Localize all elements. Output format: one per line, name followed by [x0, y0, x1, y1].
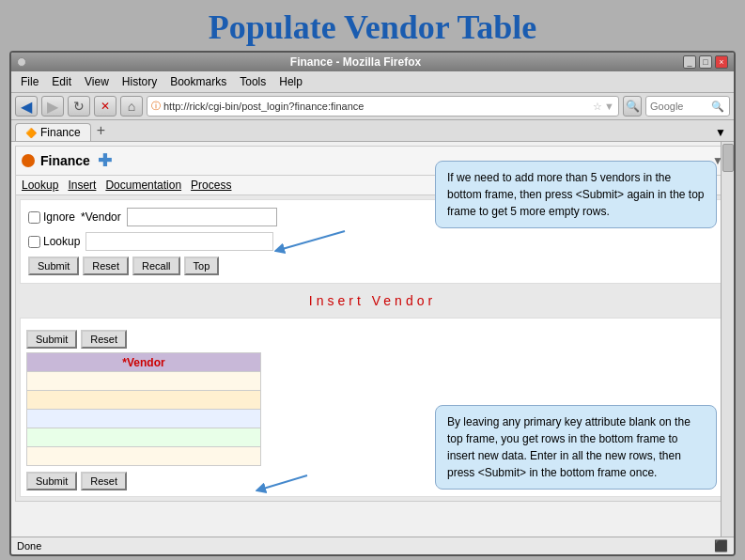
menu-bookmarks[interactable]: Bookmarks: [164, 73, 232, 90]
bottom-button-row-top: Submit Reset: [26, 330, 719, 349]
lookup-row: Lookup: [28, 232, 717, 251]
toolbar: ◀ ▶ ↻ ✕ ⌂ ⓘ ☆ ▼ 🔍 🔍: [11, 93, 734, 120]
menu-view[interactable]: View: [79, 73, 115, 90]
status-bar: Done ⬛: [11, 537, 734, 554]
page-title: Populate Vendor Table: [0, 0, 745, 51]
new-tab-button[interactable]: +: [93, 122, 109, 139]
search-bar[interactable]: 🔍: [645, 96, 730, 117]
bottom-callout-arrow: [256, 471, 312, 499]
submit-button-bottom-bottom[interactable]: Submit: [26, 472, 77, 490]
scrollbar-thumb[interactable]: [722, 144, 734, 172]
vendor-cell-3[interactable]: [27, 410, 261, 428]
table-row[interactable]: [27, 410, 261, 428]
nav-process[interactable]: Process: [191, 179, 231, 192]
menu-bar: File Edit View History Bookmarks Tools H…: [11, 71, 734, 93]
lookup-field: [85, 232, 273, 251]
window-controls[interactable]: _ □ ×: [683, 55, 728, 69]
lookup-checkbox[interactable]: [28, 236, 40, 248]
table-row[interactable]: [27, 447, 261, 466]
minimize-button[interactable]: _: [683, 55, 696, 69]
tab-bar: 🔶 Finance + ▼: [11, 120, 734, 142]
vendor-cell-4[interactable]: [27, 428, 261, 447]
vendor-table-header: *Vendor: [27, 353, 261, 372]
tab-icon: 🔶: [25, 128, 37, 138]
title-bar: Finance - Mozilla Firefox _ □ ×: [11, 53, 734, 71]
nav-lookup[interactable]: Lookup: [22, 179, 58, 192]
ignore-checkbox-label[interactable]: Ignore: [28, 210, 75, 224]
vendor-input[interactable]: [127, 208, 277, 226]
bottom-callout: By leaving any primary key attribute bla…: [435, 405, 717, 490]
submit-button-bottom-top[interactable]: Submit: [26, 330, 77, 349]
menu-edit[interactable]: Edit: [46, 73, 77, 90]
nav-insert[interactable]: Insert: [68, 179, 96, 192]
nav-documentation[interactable]: Documentation: [105, 179, 181, 192]
address-icon: ⓘ: [151, 100, 161, 113]
vendor-cell-1[interactable]: [27, 372, 261, 391]
reset-button-bottom-bottom[interactable]: Reset: [81, 472, 127, 490]
vendor-table: *Vendor: [26, 352, 261, 466]
reset-button-top[interactable]: Reset: [83, 257, 129, 275]
ignore-checkbox[interactable]: [28, 211, 40, 224]
finance-app-title: Finance: [40, 153, 90, 168]
table-row[interactable]: [27, 391, 261, 410]
status-text: Done: [17, 540, 41, 552]
lookup-label: Lookup: [43, 235, 80, 248]
top-callout: If we need to add more than 5 vendors in…: [435, 161, 717, 228]
vendor-field-label: *Vendor: [81, 210, 121, 224]
star-icon: ☆: [593, 101, 602, 113]
browser-window: Finance - Mozilla Firefox _ □ × File Edi…: [9, 51, 736, 556]
menu-history[interactable]: History: [116, 73, 163, 90]
search-input[interactable]: [650, 101, 711, 112]
top-button[interactable]: Top: [184, 257, 220, 275]
finance-logo-icon: [22, 154, 35, 167]
insert-vendor-heading: Insert Vendor: [16, 288, 729, 314]
menu-file[interactable]: File: [15, 73, 44, 90]
status-icon: ⬛: [714, 539, 728, 552]
top-callout-arrow: [274, 226, 349, 255]
browser-title: Finance - Mozilla Firefox: [28, 55, 683, 69]
tab-finance[interactable]: 🔶 Finance: [15, 123, 91, 141]
menu-help[interactable]: Help: [273, 73, 308, 90]
svg-line-0: [279, 231, 345, 250]
vendor-cell-5[interactable]: [27, 447, 261, 466]
back-button[interactable]: ◀: [15, 96, 38, 117]
submit-button-top[interactable]: Submit: [28, 257, 79, 275]
google-search-icon: 🔍: [623, 96, 642, 117]
maximize-button[interactable]: □: [699, 55, 712, 69]
forward-button[interactable]: ▶: [41, 96, 64, 117]
menu-tools[interactable]: Tools: [234, 73, 272, 90]
reload-button[interactable]: ↻: [68, 96, 90, 117]
vertical-scrollbar[interactable]: [721, 142, 734, 537]
svg-line-1: [260, 475, 307, 490]
vendor-col-header: *Vendor: [27, 353, 261, 372]
window-icon: [17, 57, 26, 67]
ignore-label: Ignore: [43, 210, 75, 224]
copyright: ©Tim Riley: [0, 556, 745, 560]
stop-button[interactable]: ✕: [94, 96, 116, 117]
bottom-callout-text: By leaving any primary key attribute bla…: [447, 415, 691, 479]
lookup-checkbox-label[interactable]: Lookup: [28, 235, 80, 248]
home-button[interactable]: ⌂: [120, 96, 143, 117]
top-button-row: Submit Reset Recall Top: [28, 257, 717, 275]
address-bar[interactable]: ⓘ ☆ ▼: [147, 96, 619, 117]
vendor-cell-2[interactable]: [27, 391, 261, 410]
tab-list-button[interactable]: ▼: [711, 124, 730, 141]
recall-button-top[interactable]: Recall: [132, 257, 180, 275]
reset-button-bottom-top[interactable]: Reset: [81, 330, 127, 349]
search-submit-icon[interactable]: 🔍: [711, 101, 724, 113]
top-callout-text: If we need to add more than 5 vendors in…: [447, 171, 705, 218]
tab-label: Finance: [40, 126, 81, 139]
close-button[interactable]: ×: [715, 55, 728, 69]
browser-content: Finance ✚ ▼ Lookup Insert Documentation …: [11, 142, 734, 537]
address-input[interactable]: [163, 101, 593, 112]
rss-icon: ▼: [604, 101, 614, 112]
add-tab-icon[interactable]: ✚: [98, 150, 112, 171]
table-row[interactable]: [27, 428, 261, 447]
table-row[interactable]: [27, 372, 261, 391]
